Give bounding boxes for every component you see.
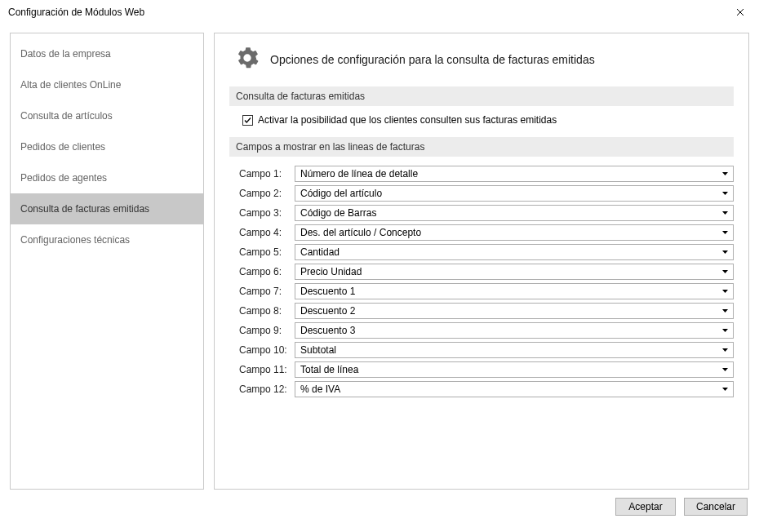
checkbox-row-activar[interactable]: Activar la posibilidad que los clientes … <box>229 114 734 126</box>
chevron-down-icon <box>718 167 731 180</box>
field-row-11: Campo 11:Total de línea <box>239 361 734 379</box>
field-dropdown-7[interactable]: Descuento 1 <box>295 283 734 299</box>
field-row-6: Campo 6:Precio Unidad <box>239 263 734 281</box>
field-row-8: Campo 8:Descuento 2 <box>239 302 734 320</box>
field-row-10: Campo 10:Subtotal <box>239 341 734 359</box>
field-label: Campo 6: <box>239 266 288 277</box>
chevron-down-icon <box>718 344 731 357</box>
dropdown-value: Descuento 2 <box>300 305 355 317</box>
field-label: Campo 1: <box>239 168 288 180</box>
sidebar-item-label: Configuraciones técnicas <box>20 234 130 246</box>
field-label: Campo 12: <box>239 383 288 395</box>
sidebar-item-4[interactable]: Pedidos de agentes <box>11 162 203 193</box>
field-dropdown-11[interactable]: Total de línea <box>295 361 734 378</box>
titlebar: Configuración de Módulos Web <box>0 0 759 24</box>
sidebar-item-label: Pedidos de clientes <box>20 141 105 153</box>
field-row-5: Campo 5:Cantidad <box>239 243 734 261</box>
sidebar-item-3[interactable]: Pedidos de clientes <box>11 131 203 162</box>
field-row-9: Campo 9:Descuento 3 <box>239 321 734 339</box>
panel-header: Opciones de configuración para la consul… <box>229 47 734 72</box>
field-dropdown-2[interactable]: Código del artículo <box>295 185 734 202</box>
window-title: Configuración de Módulos Web <box>8 7 144 18</box>
chevron-down-icon <box>718 246 731 259</box>
chevron-down-icon <box>718 226 731 239</box>
sidebar-item-label: Pedidos de agentes <box>20 172 107 184</box>
main-panel: Opciones de configuración para la consul… <box>214 33 749 490</box>
section-title-consulta: Consulta de facturas emitidas <box>229 86 734 106</box>
field-row-7: Campo 7:Descuento 1 <box>239 282 734 300</box>
sidebar-item-label: Datos de la empresa <box>20 48 111 60</box>
field-row-1: Campo 1:Número de línea de detalle <box>239 165 734 183</box>
footer: Aceptar Cancelar <box>0 490 759 524</box>
sidebar-item-label: Alta de clientes OnLine <box>20 79 121 91</box>
dropdown-value: Cantidad <box>300 246 340 258</box>
accept-button[interactable]: Aceptar <box>615 498 676 516</box>
field-dropdown-1[interactable]: Número de línea de detalle <box>295 166 734 182</box>
field-dropdown-5[interactable]: Cantidad <box>295 244 734 260</box>
close-icon <box>736 8 744 16</box>
field-row-2: Campo 2:Código del artículo <box>239 184 734 202</box>
field-dropdown-3[interactable]: Código de Barras <box>295 205 734 221</box>
field-label: Campo 7: <box>239 286 288 297</box>
field-dropdown-8[interactable]: Descuento 2 <box>295 303 734 319</box>
chevron-down-icon <box>718 187 731 200</box>
dropdown-value: Descuento 3 <box>300 325 355 336</box>
field-dropdown-6[interactable]: Precio Unidad <box>295 264 734 280</box>
dropdown-value: Código del artículo <box>300 188 382 199</box>
field-label: Campo 10: <box>239 344 288 356</box>
field-row-3: Campo 3:Código de Barras <box>239 204 734 222</box>
panel-heading: Opciones de configuración para la consul… <box>270 53 595 66</box>
section-title-campos: Campos a mostrar en las lineas de factur… <box>229 137 734 157</box>
field-label: Campo 3: <box>239 207 288 219</box>
sidebar-item-5[interactable]: Consulta de facturas emitidas <box>11 193 203 224</box>
field-row-4: Campo 4:Des. del artículo / Concepto <box>239 224 734 242</box>
field-dropdown-10[interactable]: Subtotal <box>295 342 734 358</box>
cancel-button[interactable]: Cancelar <box>684 498 748 516</box>
field-label: Campo 5: <box>239 246 288 258</box>
chevron-down-icon <box>718 265 731 278</box>
dropdown-value: Des. del artículo / Concepto <box>300 227 421 238</box>
dropdown-value: Descuento 1 <box>300 286 355 297</box>
dropdown-value: Total de línea <box>300 364 358 375</box>
field-dropdown-12[interactable]: % de IVA <box>295 381 734 397</box>
chevron-down-icon <box>718 363 731 376</box>
field-dropdown-9[interactable]: Descuento 3 <box>295 322 734 339</box>
field-row-12: Campo 12:% de IVA <box>239 380 734 398</box>
sidebar-item-label: Consulta de facturas emitidas <box>20 203 149 215</box>
sidebar-item-label: Consulta de artículos <box>20 110 113 122</box>
sidebar-item-0[interactable]: Datos de la empresa <box>11 38 203 69</box>
fields-area: Campo 1:Número de línea de detalleCampo … <box>229 165 734 398</box>
dropdown-value: % de IVA <box>300 383 340 395</box>
sidebar: Datos de la empresaAlta de clientes OnLi… <box>10 33 204 490</box>
chevron-down-icon <box>718 206 731 219</box>
dropdown-value: Precio Unidad <box>300 266 362 277</box>
gear-icon <box>236 47 259 72</box>
chevron-down-icon <box>718 324 731 337</box>
field-label: Campo 11: <box>239 364 288 375</box>
chevron-down-icon <box>718 285 731 298</box>
dropdown-value: Número de línea de detalle <box>300 168 418 180</box>
body: Datos de la empresaAlta de clientes OnLi… <box>0 24 759 490</box>
field-label: Campo 2: <box>239 188 288 199</box>
chevron-down-icon <box>718 304 731 317</box>
sidebar-item-6[interactable]: Configuraciones técnicas <box>11 224 203 255</box>
field-label: Campo 9: <box>239 325 288 336</box>
field-label: Campo 4: <box>239 227 288 238</box>
dropdown-value: Subtotal <box>300 344 336 356</box>
chevron-down-icon <box>718 383 731 396</box>
sidebar-item-2[interactable]: Consulta de artículos <box>11 100 203 131</box>
close-button[interactable] <box>721 0 759 24</box>
sidebar-item-1[interactable]: Alta de clientes OnLine <box>11 69 203 100</box>
dropdown-value: Código de Barras <box>300 207 376 219</box>
field-dropdown-4[interactable]: Des. del artículo / Concepto <box>295 224 734 241</box>
checkbox-activar[interactable] <box>242 115 253 126</box>
field-label: Campo 8: <box>239 305 288 317</box>
checkbox-label: Activar la posibilidad que los clientes … <box>258 114 557 126</box>
